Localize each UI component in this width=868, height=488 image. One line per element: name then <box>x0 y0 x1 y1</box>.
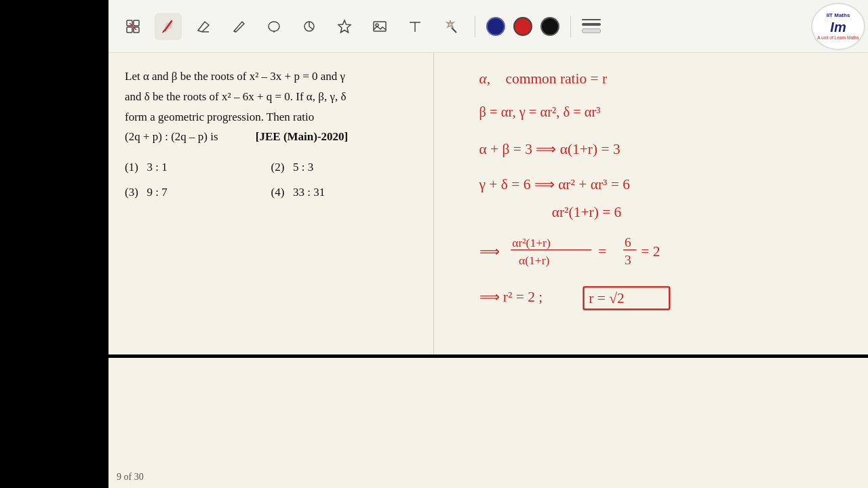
toolbar <box>108 0 868 53</box>
color-black-button[interactable] <box>540 17 559 36</box>
svg-text:αr²(1+r): αr²(1+r) <box>512 236 551 249</box>
toolbar-separator-1 <box>475 16 475 37</box>
left-black-panel <box>0 0 108 488</box>
color-navy-button[interactable] <box>486 17 505 36</box>
pen-tool-button[interactable] <box>155 13 182 40</box>
magic-tool-button[interactable] <box>437 13 464 40</box>
svg-text:γ + δ = 6  ⟹  αr² + αr³ = 6: γ + δ = 6 ⟹ αr² + αr³ = 6 <box>479 176 631 192</box>
content-area: Let α and β be the roots of x² – 3x + p … <box>108 53 868 488</box>
solution-svg: α, common ratio = r β = αr, γ = αr², δ =… <box>448 58 854 349</box>
option-2: (2) 5 : 3 <box>271 158 418 178</box>
svg-text:6: 6 <box>625 235 631 249</box>
svg-text:common ratio = r: common ratio = r <box>506 70 608 87</box>
svg-text:r = √2: r = √2 <box>589 290 624 306</box>
svg-text:α(1+r): α(1+r) <box>519 253 550 267</box>
logo-sub-text: A unit of Learn Maths <box>817 35 859 41</box>
page-1: Let α and β be the roots of x² – 3x + p … <box>108 53 868 354</box>
pencil-tool-button[interactable] <box>225 13 252 40</box>
svg-text:β = αr,  γ = αr²,  δ = αr³: β = αr, γ = αr², δ = αr³ <box>479 104 601 120</box>
option-3: (3) 9 : 7 <box>125 183 271 203</box>
logo-iit-text: IIT Maths <box>817 12 859 19</box>
svg-text:⟹: ⟹ <box>479 244 500 260</box>
svg-rect-6 <box>374 22 386 31</box>
svg-text:= 2: = 2 <box>641 244 660 260</box>
eraser-tool-button[interactable] <box>190 13 217 40</box>
image-tool-button[interactable] <box>366 13 393 40</box>
svg-text:α + β = 3  ⟹  α(1+r) = 3: α + β = 3 ⟹ α(1+r) = 3 <box>479 141 620 157</box>
options-list: (1) 3 : 1 (2) 5 : 3 (3) 9 : 7 (4) 33 : 3… <box>125 158 417 203</box>
lasso-tool-button[interactable] <box>260 13 288 40</box>
svg-text:αr²(1+r) = 6: αr²(1+r) = 6 <box>552 204 622 220</box>
logo-im-text: Im <box>817 19 859 35</box>
svg-point-4 <box>269 22 279 31</box>
svg-text:α,: α, <box>479 70 491 87</box>
toolbar-separator-2 <box>570 16 571 37</box>
option-1: (1) 3 : 1 <box>125 158 271 178</box>
question-panel: Let α and β be the roots of x² – 3x + p … <box>108 53 434 354</box>
text-tool-button[interactable] <box>401 13 429 40</box>
logo: IIT Maths Im A unit of Learn Maths <box>811 3 865 50</box>
page-number: 9 of 30 <box>117 472 144 483</box>
svg-text:=: = <box>598 244 606 260</box>
thick-line-button[interactable] <box>582 28 601 33</box>
option-4: (4) 33 : 31 <box>271 183 418 203</box>
svg-rect-2 <box>127 27 132 33</box>
question-source: [JEE (Main)-2020] <box>256 130 348 143</box>
solution-panel: α, common ratio = r β = αr, γ = αr², δ =… <box>434 53 868 354</box>
question-text: Let α and β be the roots of x² – 3x + p … <box>125 66 417 147</box>
thin-line-button[interactable] <box>582 19 601 20</box>
medium-line-button[interactable] <box>582 23 601 26</box>
color-red-button[interactable] <box>513 17 532 36</box>
svg-text:3: 3 <box>625 253 631 267</box>
page-2: 9 of 30 <box>108 358 868 488</box>
svg-rect-1 <box>134 20 139 26</box>
svg-text:⟹  r² = 2  ;: ⟹ r² = 2 ; <box>479 289 543 305</box>
shapes-tool-button[interactable] <box>296 13 323 40</box>
select-tool-button[interactable] <box>119 13 146 40</box>
star-tool-button[interactable] <box>331 13 358 40</box>
